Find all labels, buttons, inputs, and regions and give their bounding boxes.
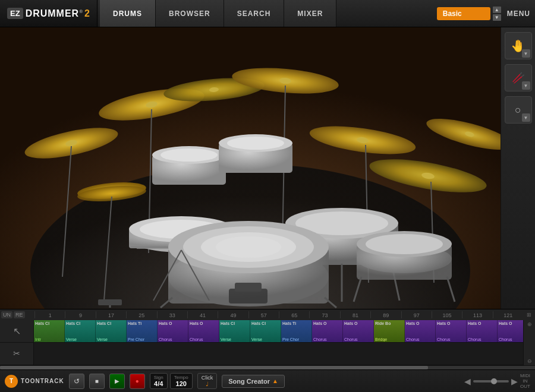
cell-label: Hats Ti xyxy=(282,321,310,325)
track-lanes: Hats Cl Intr Hats Cl Verse Hats Cl Verse… xyxy=(34,320,523,365)
logo-drummer: DRUMMER® xyxy=(26,8,83,19)
right-btn-2-arrow[interactable]: ▼ xyxy=(522,81,530,90)
cell-label: Hats Ti xyxy=(128,321,156,325)
sign-label: Sign xyxy=(154,375,163,380)
cell-label: Hats O xyxy=(437,321,465,325)
cell-type: Chorus xyxy=(313,337,341,342)
track-cell[interactable]: Hats Cl Verse xyxy=(219,320,250,343)
cell-label: Hats O xyxy=(406,321,434,325)
cell-type: Verse xyxy=(66,337,94,342)
cell-label: Hats Cl xyxy=(221,321,248,325)
logo-2: 2 xyxy=(84,8,90,19)
track-cell[interactable]: Hats O Chorus xyxy=(312,320,343,343)
menu-button[interactable]: MENU xyxy=(507,10,530,18)
preset-box[interactable]: Basic xyxy=(437,7,490,20)
track-cell[interactable]: Hats O Chorus xyxy=(498,320,523,343)
preset-down-arrow[interactable]: ▼ xyxy=(493,14,501,21)
track-cell[interactable]: Hats O Chorus xyxy=(158,320,188,343)
scrollbar[interactable] xyxy=(0,365,535,370)
tab-search[interactable]: SEARCH xyxy=(224,0,285,27)
track-cell[interactable]: Hats Cl Verse xyxy=(65,320,96,343)
cell-label: Hats O xyxy=(159,321,187,325)
track-row-1: Hats Cl Intr Hats Cl Verse Hats Cl Verse… xyxy=(34,320,523,343)
right-btn-2[interactable]: 🥢 ▼ xyxy=(505,64,532,91)
in-label: IN xyxy=(523,378,528,384)
stop-icon: ■ xyxy=(95,378,99,384)
loop-button[interactable]: ↺ xyxy=(69,374,84,389)
cell-label: Hats O xyxy=(190,321,218,325)
redo-button[interactable]: RE xyxy=(14,311,25,318)
right-btn-1-arrow[interactable]: ▼ xyxy=(522,49,530,58)
cell-type: Intr xyxy=(35,337,63,342)
select-tool[interactable]: ↖ xyxy=(0,320,33,343)
toontrack-icon: T xyxy=(5,375,18,388)
track-cell-bridge[interactable]: Ride Bo Bridge xyxy=(374,320,405,343)
cell-type: Chorus xyxy=(468,337,496,342)
play-icon: ▶ xyxy=(115,378,119,384)
ruler-mark: 33 xyxy=(157,311,187,318)
scroll-down[interactable]: ⊖ xyxy=(527,358,532,364)
header: EZ DRUMMER® 2 DRUMS BROWSER SEARCH MIXER… xyxy=(0,0,535,27)
right-btn-1[interactable]: 🤚 ▼ xyxy=(505,32,532,59)
cell-label: Hats Cl xyxy=(97,321,125,325)
time-signature[interactable]: Sign 4/4 xyxy=(150,373,168,389)
track-cell[interactable]: Hats Ti Pre Chor xyxy=(127,320,158,343)
track-cell[interactable]: Hats O Chorus xyxy=(436,320,467,343)
right-btn-3[interactable]: ○ ▼ xyxy=(505,96,532,124)
click-button[interactable]: Click ♩ xyxy=(197,373,218,389)
track-row-2 xyxy=(34,343,523,365)
svg-point-37 xyxy=(227,137,284,150)
drum-view: 🤚 ▼ 🥢 ▼ ○ ▼ xyxy=(0,27,535,309)
undo-redo-area: UN RE xyxy=(1,311,25,318)
cut-tool[interactable]: ✂ xyxy=(0,343,33,365)
ruler-mark: 17 xyxy=(96,311,126,318)
sign-tempo: Sign 4/4 Tempo 120 xyxy=(150,373,193,389)
click-label: Click xyxy=(202,375,213,381)
track-cell[interactable]: Hats Cl Verse xyxy=(250,320,281,343)
track-cell[interactable]: Hats Cl Verse xyxy=(96,320,127,343)
scroll-thumb[interactable] xyxy=(0,366,428,370)
ruler-mark: 49 xyxy=(218,311,248,318)
tab-drums[interactable]: DRUMS xyxy=(100,0,156,27)
tab-browser[interactable]: BROWSER xyxy=(156,0,224,27)
record-button[interactable]: ● xyxy=(130,374,145,389)
track-cell[interactable]: Hats O Chorus xyxy=(343,320,374,343)
midi-area: ◀ ▶ MIDI IN OUT xyxy=(464,373,530,389)
cell-type: Chorus xyxy=(159,337,187,342)
tempo-display[interactable]: Tempo 120 xyxy=(170,373,193,389)
track-cell[interactable]: Hats O Chorus xyxy=(188,320,219,343)
preset-arrows: ▲ ▼ xyxy=(493,6,501,21)
track-cell-intro[interactable]: Hats Cl Intr xyxy=(34,320,65,343)
ruler-mark: 113 xyxy=(462,311,492,318)
ruler-mark: 65 xyxy=(279,311,309,318)
ruler-mark: 81 xyxy=(340,311,370,318)
zoom-icon: ⊞ xyxy=(527,312,531,318)
volume-left-arrow[interactable]: ◀ xyxy=(464,377,471,386)
track-cell[interactable]: Hats O Chorus xyxy=(405,320,436,343)
right-btn-3-arrow[interactable]: ▼ xyxy=(522,113,530,122)
transport-bar: T TOONTRACK ↺ ■ ▶ ● Sign 4/4 Tempo 120 xyxy=(0,369,535,392)
stop-button[interactable]: ■ xyxy=(89,374,105,389)
cell-label: Ride Bo xyxy=(375,321,403,325)
toontrack-label: TOONTRACK xyxy=(21,378,64,384)
undo-button[interactable]: UN xyxy=(1,311,12,318)
cell-label: Hats O xyxy=(313,321,341,325)
scroll-up[interactable]: ⊕ xyxy=(527,321,532,327)
drum-kit xyxy=(0,27,501,309)
ring-icon: ○ xyxy=(515,104,521,116)
svg-rect-54 xyxy=(98,299,122,305)
svg-point-50 xyxy=(216,236,281,258)
volume-right-arrow[interactable]: ▶ xyxy=(511,377,518,386)
tab-mixer[interactable]: MIXER xyxy=(284,0,336,27)
preset-up-arrow[interactable]: ▲ xyxy=(493,7,501,13)
cell-type: Pre Chor xyxy=(282,337,310,342)
song-creator-button[interactable]: Song Creator ▲ xyxy=(222,375,285,388)
track-cell[interactable]: Hats O Chorus xyxy=(467,320,498,343)
zoom-controls[interactable]: ⊞ xyxy=(523,312,535,318)
play-button[interactable]: ▶ xyxy=(109,374,125,389)
ruler-mark: 41 xyxy=(187,311,218,318)
track-cell[interactable]: Hats Ti Pre Chor xyxy=(281,320,312,343)
out-label: OUT xyxy=(520,384,530,389)
volume-slider[interactable] xyxy=(473,380,509,382)
volume-thumb[interactable] xyxy=(491,378,497,384)
